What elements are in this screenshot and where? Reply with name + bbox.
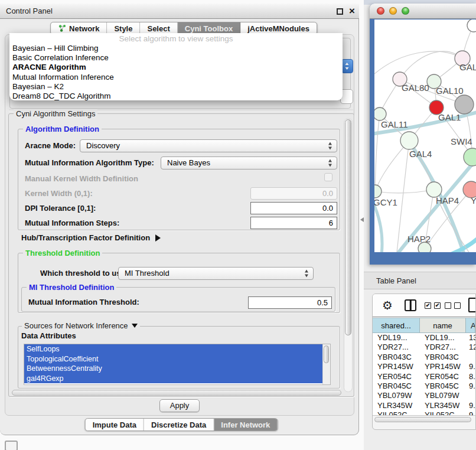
table-row[interactable]: YBR045CYBR045C9. [373,381,475,391]
tab-impute-data[interactable]: Impute Data [86,419,144,431]
close-icon[interactable]: × [349,5,355,18]
scrollbar-thumb[interactable] [345,119,351,335]
manual-kernel-label: Manual Kernel Width Definition [25,172,138,185]
dropdown-option[interactable]: Bayesian – K2 [9,82,343,92]
tab-infer-network[interactable]: Infer Network [214,419,277,431]
aracne-mode-label: Aracne Mode: [25,139,76,152]
table-row[interactable]: YDL19...YDL19...13 [373,333,475,343]
list-item[interactable]: TopologicalCoefficient [24,354,322,364]
network-node[interactable] [464,148,476,166]
hub-definition-label: Hub/Transcription Factor Definition [21,233,150,242]
dpi-tolerance-label: DPI Tolerance [0,1]: [25,202,96,215]
data-attributes-label: Data Attributes [21,331,76,340]
table-panel-title: Table Panel [376,272,416,289]
tab-discretize-data-label: Discretize Data [151,419,206,431]
tab-jactivemnodules[interactable]: jActiveMNodules [240,22,317,34]
hub-definition-expander[interactable]: Hub/Transcription Factor Definition [21,231,161,244]
splitter-collapse-icon[interactable] [360,217,364,222]
control-panel-titlebar: Control Panel × [0,4,359,19]
network-node[interactable] [455,95,474,114]
which-threshold-value: MI Threshold [125,269,169,278]
checked-checkbox-icon[interactable]: ✔ [434,302,441,309]
node-label: GCY1 [374,197,397,207]
table-row[interactable]: YBL079WYBL079W [373,391,475,400]
which-threshold-combobox[interactable]: MI Threshold [118,267,314,280]
network-graph: GAL GAL80 GAL10 GAL1 GAL11 SWI4 GAL4 GCY… [374,19,476,252]
dropdown-option[interactable]: Dream8 DC_TDC Algorithm [9,92,343,101]
column-header-partial[interactable]: A [466,318,475,333]
mi-threshold-field[interactable] [248,296,332,309]
sources-title: Sources for Network Inference [22,321,140,330]
table-row[interactable]: YDR27...YDR27...12 [373,343,475,352]
mi-type-label: Mutual Information Algorithm Type: [25,156,154,169]
mi-steps-field[interactable] [250,217,337,229]
threshold-definition-title: Threshold Definition [23,249,102,257]
combobox-spinner-icon [328,159,332,167]
node-label: HAP2 [407,234,431,244]
dropdown-option[interactable]: Bayesian – Hill Climbing [9,44,343,53]
list-vertical-scrollbar[interactable] [322,344,330,384]
tab-cyni-toolbox[interactable]: Cyni Toolbox [178,22,240,34]
close-traffic-light-icon[interactable] [377,7,384,15]
scrollbar-thumb[interactable] [12,390,341,396]
node-label: GAL [459,62,476,72]
table-row[interactable]: YIL052CYIL052C9 [373,410,475,415]
tab-select[interactable]: Select [140,22,177,34]
manual-kernel-checkbox[interactable] [324,173,332,181]
tab-style[interactable]: Style [107,22,140,34]
list-item[interactable]: SelfLoops [24,344,322,354]
list-item[interactable]: BetweennessCentrality [24,364,322,374]
aracne-mode-combobox[interactable]: Discovery [80,139,337,152]
dropdown-option[interactable]: Basic Correlation Inference [9,53,343,63]
settings-horizontal-scrollbar[interactable] [12,390,341,396]
table-horizontal-scrollbar[interactable] [373,415,475,423]
minimize-traffic-light-icon[interactable] [389,7,397,15]
expand-right-icon[interactable] [155,234,161,242]
network-node[interactable] [374,185,382,198]
unchecked-checkbox-icon[interactable] [445,302,451,309]
list-item[interactable]: gal4RGexp [24,374,322,384]
combobox-arrow-fragment[interactable] [341,59,353,73]
node-label: SWI4 [451,136,472,146]
table-toolbar: ⚙ ✔ ✔ [373,294,475,317]
tab-network[interactable]: Network [51,22,107,34]
dropdown-option-selected[interactable]: ARACNE Algorithm [9,63,343,72]
node-label: GAL1 [438,112,461,122]
table-panel-titlebar: Table Panel [364,272,476,289]
table-row[interactable]: YER054CYER054C8. [373,372,475,381]
algorithm-dropdown-popup: Select algorithm to view settings Bayesi… [9,33,343,100]
node-label: HAP4 [436,195,459,206]
checked-checkbox-icon[interactable]: ✔ [425,302,431,309]
float-window-button[interactable] [337,8,343,15]
table-row[interactable]: YLR345WYLR345W9. [373,401,475,410]
table-row[interactable]: YPR145WYPR145W9. [373,362,475,371]
settings-group-title: Cyni Algorithm Settings [14,109,97,118]
gear-icon[interactable]: ⚙ [382,297,393,314]
scrollbar-thumb[interactable] [374,417,471,422]
network-node[interactable] [467,19,476,32]
network-view-window: GAL GAL80 GAL10 GAL1 GAL11 SWI4 GAL4 GCY… [370,4,476,265]
document-icon[interactable] [468,298,476,312]
collapse-down-icon[interactable] [132,324,138,328]
network-canvas[interactable]: GAL GAL80 GAL10 GAL1 GAL11 SWI4 GAL4 GCY… [374,19,476,252]
network-node[interactable] [374,107,386,120]
column-header-shared-name[interactable]: shared... [373,318,420,333]
data-attributes-list[interactable]: SelfLoops TopologicalCoefficient Between… [24,344,331,385]
apply-button[interactable]: Apply [159,399,200,412]
split-columns-icon[interactable] [405,299,416,311]
dpi-tolerance-field[interactable] [250,202,337,214]
kernel-width-field[interactable] [250,187,337,200]
zoom-traffic-light-icon[interactable] [402,7,409,15]
minimized-panel-icon[interactable] [5,441,18,450]
tab-discretize-data[interactable]: Discretize Data [144,419,214,431]
mi-type-combobox[interactable]: Naive Bayes [161,156,337,169]
network-thick-edges [374,112,476,252]
table-row[interactable]: YBR043CYBR043C [373,353,475,362]
settings-vertical-scrollbar[interactable] [344,118,353,392]
network-window-titlebar[interactable] [370,4,476,19]
scrollbar-thumb[interactable] [324,345,329,363]
unchecked-checkbox-icon[interactable] [454,302,461,309]
column-header-name[interactable]: name [420,318,466,333]
dropdown-option[interactable]: Mutual Information Inference [9,73,343,82]
network-node[interactable] [400,132,418,149]
